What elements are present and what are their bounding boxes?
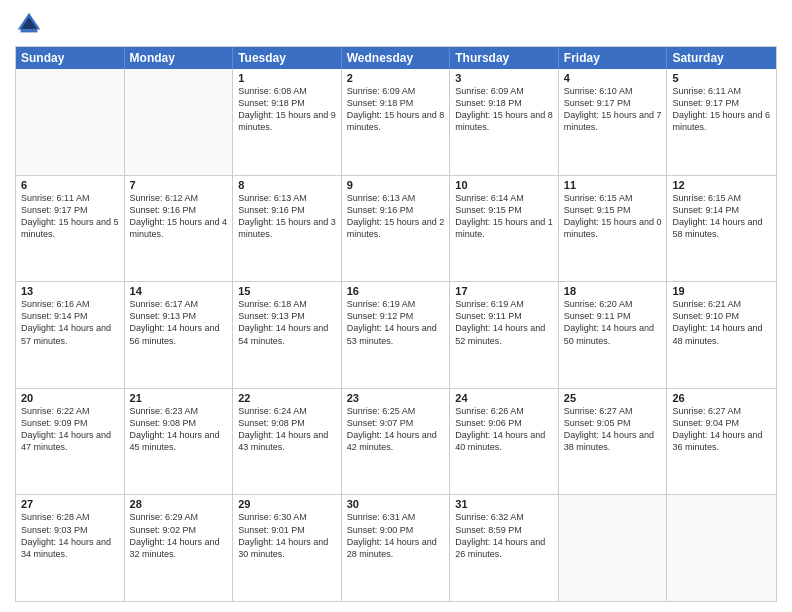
logo-icon	[15, 10, 43, 38]
day-number: 5	[672, 72, 771, 84]
calendar-cell: 2Sunrise: 6:09 AM Sunset: 9:18 PM Daylig…	[342, 69, 451, 175]
calendar-cell: 28Sunrise: 6:29 AM Sunset: 9:02 PM Dayli…	[125, 495, 234, 601]
calendar-cell: 17Sunrise: 6:19 AM Sunset: 9:11 PM Dayli…	[450, 282, 559, 388]
calendar-cell: 18Sunrise: 6:20 AM Sunset: 9:11 PM Dayli…	[559, 282, 668, 388]
calendar-cell: 22Sunrise: 6:24 AM Sunset: 9:08 PM Dayli…	[233, 389, 342, 495]
calendar-cell: 21Sunrise: 6:23 AM Sunset: 9:08 PM Dayli…	[125, 389, 234, 495]
calendar-cell: 9Sunrise: 6:13 AM Sunset: 9:16 PM Daylig…	[342, 176, 451, 282]
calendar-cell: 20Sunrise: 6:22 AM Sunset: 9:09 PM Dayli…	[16, 389, 125, 495]
calendar-cell: 13Sunrise: 6:16 AM Sunset: 9:14 PM Dayli…	[16, 282, 125, 388]
day-number: 2	[347, 72, 445, 84]
day-number: 9	[347, 179, 445, 191]
day-number: 7	[130, 179, 228, 191]
calendar-cell	[125, 69, 234, 175]
calendar-cell: 6Sunrise: 6:11 AM Sunset: 9:17 PM Daylig…	[16, 176, 125, 282]
calendar-row-5: 27Sunrise: 6:28 AM Sunset: 9:03 PM Dayli…	[16, 494, 776, 601]
day-number: 13	[21, 285, 119, 297]
calendar-row-2: 6Sunrise: 6:11 AM Sunset: 9:17 PM Daylig…	[16, 175, 776, 282]
header-day-friday: Friday	[559, 47, 668, 69]
day-info: Sunrise: 6:08 AM Sunset: 9:18 PM Dayligh…	[238, 85, 336, 134]
day-number: 20	[21, 392, 119, 404]
day-info: Sunrise: 6:15 AM Sunset: 9:14 PM Dayligh…	[672, 192, 771, 241]
day-number: 19	[672, 285, 771, 297]
calendar-cell: 26Sunrise: 6:27 AM Sunset: 9:04 PM Dayli…	[667, 389, 776, 495]
calendar-cell: 12Sunrise: 6:15 AM Sunset: 9:14 PM Dayli…	[667, 176, 776, 282]
calendar-cell: 19Sunrise: 6:21 AM Sunset: 9:10 PM Dayli…	[667, 282, 776, 388]
calendar-cell: 27Sunrise: 6:28 AM Sunset: 9:03 PM Dayli…	[16, 495, 125, 601]
day-number: 22	[238, 392, 336, 404]
calendar-cell: 30Sunrise: 6:31 AM Sunset: 9:00 PM Dayli…	[342, 495, 451, 601]
day-info: Sunrise: 6:17 AM Sunset: 9:13 PM Dayligh…	[130, 298, 228, 347]
header	[15, 10, 777, 38]
calendar-row-1: 1Sunrise: 6:08 AM Sunset: 9:18 PM Daylig…	[16, 69, 776, 175]
calendar-body: 1Sunrise: 6:08 AM Sunset: 9:18 PM Daylig…	[16, 69, 776, 601]
day-number: 4	[564, 72, 662, 84]
day-info: Sunrise: 6:30 AM Sunset: 9:01 PM Dayligh…	[238, 511, 336, 560]
day-info: Sunrise: 6:11 AM Sunset: 9:17 PM Dayligh…	[672, 85, 771, 134]
day-info: Sunrise: 6:10 AM Sunset: 9:17 PM Dayligh…	[564, 85, 662, 134]
day-info: Sunrise: 6:12 AM Sunset: 9:16 PM Dayligh…	[130, 192, 228, 241]
day-number: 8	[238, 179, 336, 191]
day-number: 11	[564, 179, 662, 191]
day-number: 16	[347, 285, 445, 297]
calendar-cell: 5Sunrise: 6:11 AM Sunset: 9:17 PM Daylig…	[667, 69, 776, 175]
day-info: Sunrise: 6:09 AM Sunset: 9:18 PM Dayligh…	[455, 85, 553, 134]
day-number: 10	[455, 179, 553, 191]
day-info: Sunrise: 6:28 AM Sunset: 9:03 PM Dayligh…	[21, 511, 119, 560]
calendar-cell	[667, 495, 776, 601]
header-day-monday: Monday	[125, 47, 234, 69]
calendar-cell: 11Sunrise: 6:15 AM Sunset: 9:15 PM Dayli…	[559, 176, 668, 282]
day-number: 24	[455, 392, 553, 404]
day-info: Sunrise: 6:20 AM Sunset: 9:11 PM Dayligh…	[564, 298, 662, 347]
day-number: 31	[455, 498, 553, 510]
day-number: 1	[238, 72, 336, 84]
day-info: Sunrise: 6:29 AM Sunset: 9:02 PM Dayligh…	[130, 511, 228, 560]
day-info: Sunrise: 6:32 AM Sunset: 8:59 PM Dayligh…	[455, 511, 553, 560]
day-info: Sunrise: 6:13 AM Sunset: 9:16 PM Dayligh…	[238, 192, 336, 241]
calendar: SundayMondayTuesdayWednesdayThursdayFrid…	[15, 46, 777, 602]
calendar-cell: 31Sunrise: 6:32 AM Sunset: 8:59 PM Dayli…	[450, 495, 559, 601]
day-number: 3	[455, 72, 553, 84]
day-info: Sunrise: 6:23 AM Sunset: 9:08 PM Dayligh…	[130, 405, 228, 454]
day-info: Sunrise: 6:24 AM Sunset: 9:08 PM Dayligh…	[238, 405, 336, 454]
day-number: 27	[21, 498, 119, 510]
day-info: Sunrise: 6:25 AM Sunset: 9:07 PM Dayligh…	[347, 405, 445, 454]
calendar-cell: 10Sunrise: 6:14 AM Sunset: 9:15 PM Dayli…	[450, 176, 559, 282]
day-info: Sunrise: 6:27 AM Sunset: 9:04 PM Dayligh…	[672, 405, 771, 454]
day-number: 18	[564, 285, 662, 297]
calendar-cell: 1Sunrise: 6:08 AM Sunset: 9:18 PM Daylig…	[233, 69, 342, 175]
calendar-row-4: 20Sunrise: 6:22 AM Sunset: 9:09 PM Dayli…	[16, 388, 776, 495]
calendar-cell	[16, 69, 125, 175]
calendar-cell: 4Sunrise: 6:10 AM Sunset: 9:17 PM Daylig…	[559, 69, 668, 175]
day-info: Sunrise: 6:26 AM Sunset: 9:06 PM Dayligh…	[455, 405, 553, 454]
calendar-cell: 14Sunrise: 6:17 AM Sunset: 9:13 PM Dayli…	[125, 282, 234, 388]
header-day-saturday: Saturday	[667, 47, 776, 69]
day-info: Sunrise: 6:18 AM Sunset: 9:13 PM Dayligh…	[238, 298, 336, 347]
calendar-header: SundayMondayTuesdayWednesdayThursdayFrid…	[16, 47, 776, 69]
day-number: 17	[455, 285, 553, 297]
header-day-tuesday: Tuesday	[233, 47, 342, 69]
page: SundayMondayTuesdayWednesdayThursdayFrid…	[0, 0, 792, 612]
day-number: 28	[130, 498, 228, 510]
day-info: Sunrise: 6:21 AM Sunset: 9:10 PM Dayligh…	[672, 298, 771, 347]
calendar-cell: 3Sunrise: 6:09 AM Sunset: 9:18 PM Daylig…	[450, 69, 559, 175]
calendar-row-3: 13Sunrise: 6:16 AM Sunset: 9:14 PM Dayli…	[16, 281, 776, 388]
day-number: 25	[564, 392, 662, 404]
calendar-cell: 7Sunrise: 6:12 AM Sunset: 9:16 PM Daylig…	[125, 176, 234, 282]
day-info: Sunrise: 6:13 AM Sunset: 9:16 PM Dayligh…	[347, 192, 445, 241]
day-info: Sunrise: 6:31 AM Sunset: 9:00 PM Dayligh…	[347, 511, 445, 560]
logo	[15, 10, 47, 38]
day-number: 12	[672, 179, 771, 191]
calendar-cell	[559, 495, 668, 601]
svg-rect-2	[21, 30, 38, 33]
calendar-cell: 29Sunrise: 6:30 AM Sunset: 9:01 PM Dayli…	[233, 495, 342, 601]
day-info: Sunrise: 6:19 AM Sunset: 9:12 PM Dayligh…	[347, 298, 445, 347]
day-info: Sunrise: 6:27 AM Sunset: 9:05 PM Dayligh…	[564, 405, 662, 454]
calendar-cell: 15Sunrise: 6:18 AM Sunset: 9:13 PM Dayli…	[233, 282, 342, 388]
calendar-cell: 25Sunrise: 6:27 AM Sunset: 9:05 PM Dayli…	[559, 389, 668, 495]
day-info: Sunrise: 6:16 AM Sunset: 9:14 PM Dayligh…	[21, 298, 119, 347]
day-number: 30	[347, 498, 445, 510]
day-number: 15	[238, 285, 336, 297]
day-info: Sunrise: 6:11 AM Sunset: 9:17 PM Dayligh…	[21, 192, 119, 241]
calendar-cell: 16Sunrise: 6:19 AM Sunset: 9:12 PM Dayli…	[342, 282, 451, 388]
